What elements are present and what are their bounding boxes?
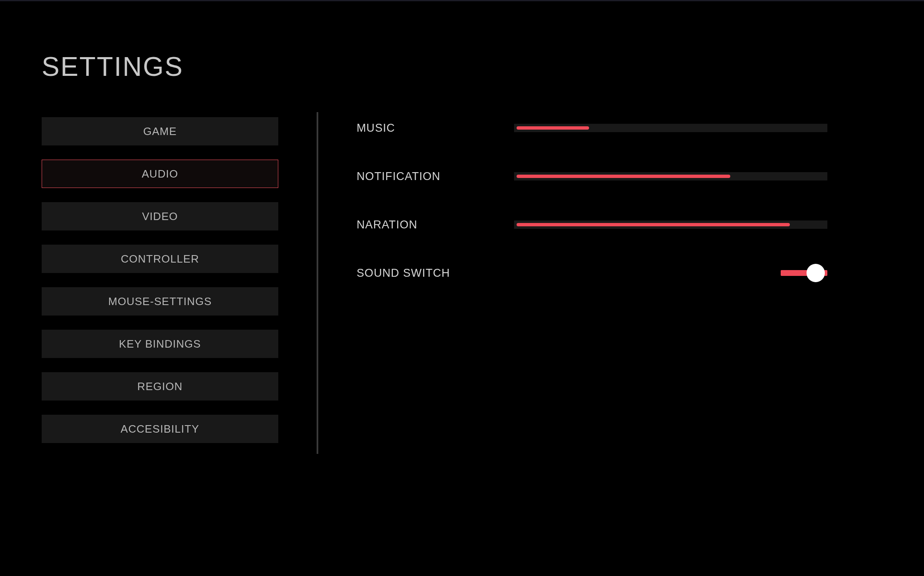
sidebar-item-key-bindings[interactable]: KEY BINDINGS: [42, 330, 278, 358]
vertical-divider: [317, 112, 318, 454]
sidebar-item-video[interactable]: VIDEO: [42, 202, 278, 230]
sidebar-item-label: REGION: [137, 380, 183, 393]
slider-fill: [517, 126, 589, 130]
sidebar-item-label: VIDEO: [142, 210, 178, 223]
sidebar-item-region[interactable]: REGION: [42, 372, 278, 401]
sidebar-item-label: GAME: [143, 125, 177, 138]
sidebar-item-label: AUDIO: [142, 168, 178, 180]
sidebar-item-controller[interactable]: CONTROLLER: [42, 245, 278, 273]
slider-fill: [517, 223, 790, 226]
sidebar-item-game[interactable]: GAME: [42, 117, 278, 145]
settings-screen: { "title": "SETTINGS", "sidebar": { "ite…: [0, 0, 924, 576]
page-title: SETTINGS: [42, 51, 184, 82]
sidebar-item-label: MOUSE-SETTINGS: [108, 295, 212, 308]
notification-slider[interactable]: [514, 172, 827, 180]
setting-row-narration: NARATION: [357, 218, 827, 231]
setting-row-sound-switch: SOUND SWITCH: [357, 266, 827, 280]
sidebar-item-label: CONTROLLER: [121, 253, 199, 265]
audio-settings-panel: MUSIC NOTIFICATION NARATION SOUND SWITCH: [357, 121, 827, 280]
toggle-knob: [807, 264, 825, 282]
setting-label: NARATION: [357, 218, 514, 231]
setting-row-music: MUSIC: [357, 121, 827, 135]
setting-label: SOUND SWITCH: [357, 267, 514, 280]
setting-row-notification: NOTIFICATION: [357, 170, 827, 183]
settings-category-list: GAME AUDIO VIDEO CONTROLLER MOUSE-SETTIN…: [42, 117, 278, 443]
sound-switch-toggle[interactable]: [781, 270, 827, 276]
setting-label: MUSIC: [357, 122, 514, 135]
switch-container: [514, 270, 827, 276]
sidebar-item-label: ACCESIBILITY: [121, 423, 200, 436]
sidebar-item-label: KEY BINDINGS: [119, 338, 201, 351]
sidebar-item-mouse-settings[interactable]: MOUSE-SETTINGS: [42, 287, 278, 316]
sidebar-item-audio[interactable]: AUDIO: [42, 160, 278, 188]
narration-slider[interactable]: [514, 220, 827, 229]
slider-fill: [517, 175, 730, 178]
sidebar-item-accessibility[interactable]: ACCESIBILITY: [42, 415, 278, 443]
setting-label: NOTIFICATION: [357, 170, 514, 183]
music-slider[interactable]: [514, 124, 827, 132]
